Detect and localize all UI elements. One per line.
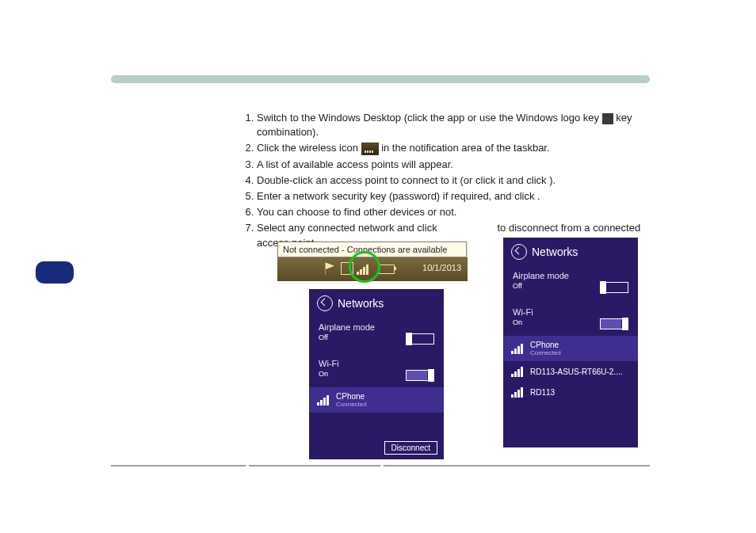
step-3: A list of available access points will a… (257, 158, 650, 172)
airplane-mode-label: Airplane mode (503, 268, 638, 282)
panel-b-title: Networks (532, 246, 578, 258)
margin-tab (36, 261, 74, 284)
signal-bars-icon (317, 394, 330, 405)
action-center-flag-icon (325, 262, 334, 275)
step-4: Double-click an access point to connect … (257, 173, 650, 188)
battery-icon (379, 265, 395, 274)
signal-bars-icon (511, 386, 524, 398)
network-item-cphone[interactable]: CPhone Connected (503, 336, 638, 361)
tray-date: 10/1/2013 (422, 263, 461, 272)
step-5: Enter a network security key (password) … (257, 189, 650, 204)
airplane-mode-state: Off (319, 333, 328, 341)
networks-panel-disconnect: Networks Airplane mode Off Wi-Fi On CPho… (309, 289, 444, 459)
back-arrow-icon[interactable] (317, 295, 333, 311)
step-2a: Click the wireless icon (257, 142, 361, 154)
wifi-label: Wi-Fi (309, 356, 444, 370)
taskbar-figure: Not connected - Connections are availabl… (277, 242, 468, 281)
networks-panel-list: Networks Airplane mode Off Wi-Fi On CPho… (503, 238, 638, 447)
highlight-circle (349, 251, 380, 283)
wifi-state: On (513, 318, 522, 326)
airplane-mode-toggle[interactable] (406, 333, 434, 345)
wireless-tray-icon (361, 143, 379, 155)
airplane-mode-toggle[interactable] (600, 282, 628, 293)
wifi-state: On (319, 370, 328, 378)
disconnect-button[interactable]: Disconnect (384, 441, 437, 455)
footer-rule (111, 465, 650, 466)
network-item-rd113-asus[interactable]: RD113-ASUS-RT66U-2.... (503, 361, 638, 382)
network-status: Connected (530, 349, 561, 356)
windows-key-icon (602, 113, 613, 124)
step-6: You can choose to find other devices or … (257, 205, 650, 219)
wifi-label: Wi-Fi (503, 304, 638, 318)
wifi-toggle[interactable] (406, 370, 434, 381)
wifi-toggle[interactable] (600, 318, 628, 329)
network-name: CPhone (336, 392, 367, 401)
header-rule (111, 75, 650, 83)
step-7a: Select any connected network and click (257, 222, 440, 234)
step-2b: in the notification area of the taskbar. (381, 142, 549, 154)
airplane-mode-state: Off (513, 282, 522, 290)
step-1: Switch to the Windows Desktop (click the… (257, 111, 650, 139)
network-name: CPhone (530, 341, 561, 349)
network-name: RD113 (530, 388, 555, 397)
instruction-list: Switch to the Windows Desktop (click the… (238, 111, 650, 252)
back-arrow-icon[interactable] (511, 244, 527, 260)
network-name: RD113-ASUS-RT66U-2.... (530, 367, 623, 376)
network-status: Connected (336, 401, 367, 408)
signal-bars-icon (511, 343, 524, 354)
panel-a-title: Networks (338, 297, 384, 310)
step-1a: Switch to the Windows Desktop (click the… (257, 112, 602, 124)
system-tray: 10/1/2013 (277, 257, 468, 281)
step-2: Click the wireless icon in the notificat… (257, 141, 650, 155)
network-item-cphone[interactable]: CPhone Connected (309, 387, 444, 413)
airplane-mode-label: Airplane mode (309, 319, 444, 333)
signal-bars-icon (511, 366, 524, 377)
network-item-rd113[interactable]: RD113 (503, 382, 638, 402)
